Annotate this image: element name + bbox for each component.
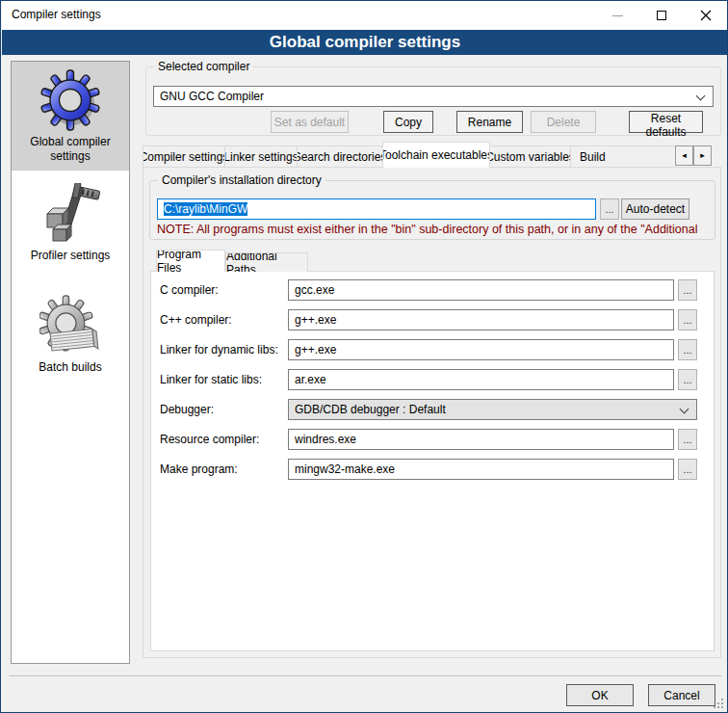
tab-search-directories[interactable]: Search directories — [297, 145, 383, 168]
gear-stack-icon — [39, 295, 101, 356]
linker-static-input[interactable]: ar.exe — [288, 369, 674, 390]
make-program-browse-button[interactable]: ... — [678, 459, 697, 480]
selected-compiler-group-label: Selected compiler — [154, 60, 253, 73]
debugger-select[interactable]: GDB/CDB debugger : Default — [288, 399, 697, 420]
sidebar-label: settings — [13, 149, 127, 164]
delete-button[interactable]: Delete — [531, 111, 596, 133]
c-compiler-browse-button[interactable]: ... — [678, 279, 697, 301]
tab-linker-settings[interactable]: Linker settings — [224, 145, 298, 168]
footer-divider — [9, 675, 721, 676]
ok-button[interactable]: OK — [566, 684, 634, 706]
make-program-input[interactable]: mingw32-make.exe — [288, 459, 674, 480]
minimize-icon — [612, 15, 623, 16]
linker-dynamic-label: Linker for dynamic libs: — [160, 343, 278, 356]
c-compiler-label: C compiler: — [160, 283, 219, 297]
chevron-down-icon — [680, 405, 689, 414]
tab-scroll-right-button[interactable]: ▸ — [693, 145, 712, 166]
resource-compiler-browse-button[interactable]: ... — [678, 429, 697, 450]
set-as-default-button[interactable]: Set as default — [271, 111, 349, 133]
settings-category-list: Global compiler settings — [11, 61, 130, 664]
sidebar-item-batch-builds[interactable]: Batch builds — [12, 287, 129, 382]
installation-directory-input[interactable]: C:\raylib\MinGW — [157, 198, 596, 220]
heading-title: Global compiler settings — [270, 33, 460, 52]
make-program-label: Make program: — [160, 462, 238, 476]
copy-button[interactable]: Copy — [383, 111, 433, 133]
debugger-label: Debugger: — [160, 403, 214, 416]
sidebar-item-global-compiler-settings[interactable]: Global compiler settings — [12, 62, 129, 171]
cpp-compiler-label: C++ compiler: — [160, 313, 232, 327]
minimize-button[interactable] — [595, 1, 639, 30]
resource-compiler-label: Resource compiler: — [160, 433, 259, 446]
sidebar-label: Global compiler — [13, 135, 127, 149]
close-button[interactable] — [684, 1, 728, 30]
cpp-compiler-browse-button[interactable]: ... — [678, 309, 697, 330]
tab-build-options[interactable]: Build — [570, 145, 675, 168]
resource-compiler-input[interactable]: windres.exe — [288, 429, 674, 450]
maximize-button[interactable] — [639, 1, 684, 30]
window-title: Compiler settings — [12, 8, 101, 21]
tab-custom-variables[interactable]: Custom variables — [489, 145, 571, 168]
sidebar-label: Batch builds — [13, 360, 127, 375]
close-icon — [700, 10, 712, 21]
compiler-select-value: GNU GCC Compiler — [160, 90, 264, 103]
linker-dynamic-browse-button[interactable]: ... — [678, 339, 697, 360]
linker-dynamic-input[interactable]: g++.exe — [288, 339, 674, 360]
linker-static-browse-button[interactable]: ... — [678, 369, 697, 390]
browse-directory-button[interactable]: ... — [600, 198, 619, 220]
subtab-additional-paths[interactable]: Additional Paths — [225, 252, 308, 272]
linker-static-label: Linker for static libs: — [160, 373, 262, 386]
cpp-compiler-input[interactable]: g++.exe — [288, 309, 674, 330]
caliper-icon — [39, 183, 101, 245]
reset-defaults-button[interactable]: Reset defaults — [629, 111, 703, 133]
c-compiler-input[interactable]: gcc.exe — [288, 279, 674, 301]
maximize-icon — [657, 11, 666, 20]
compiler-select[interactable]: GNU GCC Compiler — [153, 86, 714, 107]
compiler-settings-dialog: Compiler settings Global compiler settin… — [0, 0, 728, 713]
tab-toolchain-executables[interactable]: Toolchain executables — [382, 142, 490, 168]
bin-subdirectory-note: NOTE: All programs must exist either in … — [157, 223, 714, 236]
tab-compiler-settings[interactable]: Compiler settings — [143, 145, 225, 168]
installation-directory-value: C:\raylib\MinGW — [164, 202, 247, 216]
gear-blue-icon — [39, 69, 101, 131]
title-bar: Compiler settings — [2, 1, 728, 30]
sidebar-item-profiler-settings[interactable]: Profiler settings — [12, 175, 129, 270]
sidebar-label: Profiler settings — [13, 249, 127, 263]
rename-button[interactable]: Rename — [456, 111, 523, 133]
dialog-heading: Global compiler settings — [2, 30, 728, 55]
chevron-down-icon — [696, 92, 706, 101]
installation-directory-group-label: Compiler's installation directory — [158, 173, 325, 187]
auto-detect-button[interactable]: Auto-detect — [621, 198, 689, 220]
resize-grip[interactable] — [714, 699, 724, 709]
tab-scroll-left-button[interactable]: ◂ — [675, 145, 693, 166]
cancel-button[interactable]: Cancel — [648, 684, 715, 706]
subtab-program-files[interactable]: Program Files — [156, 250, 225, 272]
debugger-select-value: GDB/CDB debugger : Default — [295, 403, 446, 416]
